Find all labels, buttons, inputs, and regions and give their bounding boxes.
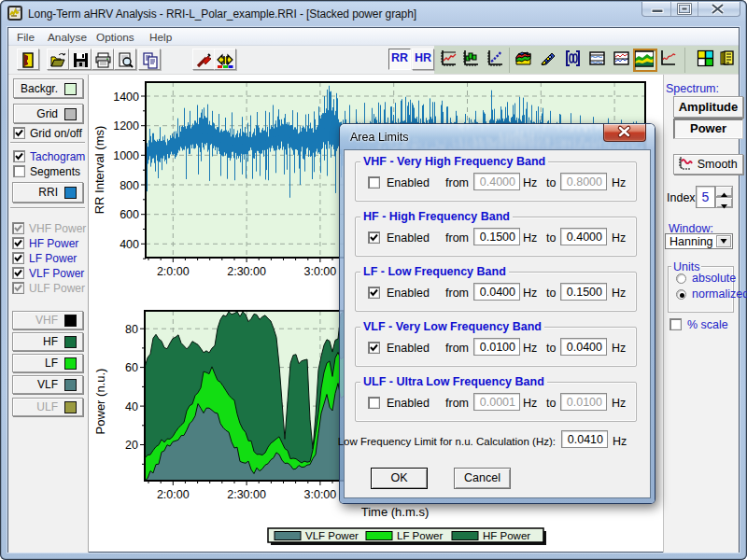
svg-text:2:0:00: 2:0:00 [157,265,190,278]
svg-text:Power (n.u.): Power (n.u.) [93,369,107,435]
svg-text:60: 60 [125,361,138,374]
svg-text:RR Interval (ms): RR Interval (ms) [92,126,106,215]
svg-text:2:30:00: 2:30:00 [227,265,266,278]
svg-text:600: 600 [120,208,139,221]
svg-text:800: 800 [120,179,139,192]
svg-text:HF Power: HF Power [483,530,530,541]
svg-text:3:0:00: 3:0:00 [304,265,337,278]
svg-text:2:0:00: 2:0:00 [157,488,190,501]
svg-text:40: 40 [125,400,138,413]
svg-text:80: 80 [125,323,138,336]
svg-text:1400: 1400 [113,91,139,104]
svg-text:LF Power: LF Power [397,530,443,541]
svg-text:3:0:00: 3:0:00 [304,488,337,501]
svg-text:VLF Power: VLF Power [305,530,359,541]
svg-text:Time (h.m.s): Time (h.m.s) [361,505,429,519]
svg-text:1200: 1200 [113,119,139,133]
svg-text:400: 400 [120,238,139,251]
svg-text:20: 20 [125,439,138,452]
svg-text:2:30:00: 2:30:00 [227,488,266,501]
svg-text:1000: 1000 [113,149,139,162]
